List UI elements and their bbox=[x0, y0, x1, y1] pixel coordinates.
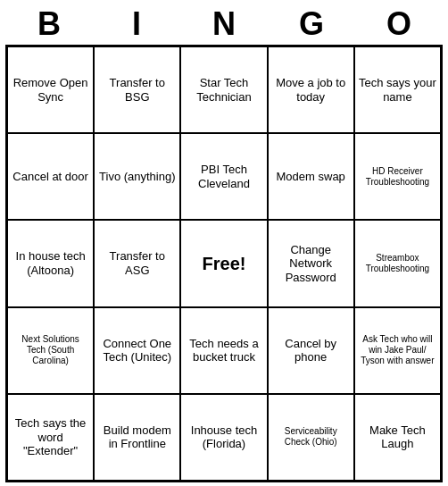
letter-o: O bbox=[360, 5, 438, 43]
bingo-cell-18[interactable]: Cancel by phone bbox=[268, 307, 354, 394]
bingo-cell-20[interactable]: Tech says the word "Extender" bbox=[7, 394, 94, 481]
letter-g: G bbox=[272, 5, 351, 43]
letter-n: N bbox=[185, 5, 263, 43]
bingo-cell-3[interactable]: Move a job to today bbox=[268, 46, 354, 133]
bingo-cell-5[interactable]: Cancel at door bbox=[7, 133, 94, 220]
bingo-cell-2[interactable]: Star Tech Technician bbox=[180, 46, 267, 133]
bingo-cell-13[interactable]: Change Network Password bbox=[268, 220, 354, 306]
bingo-cell-14[interactable]: Streambox Troubleshooting bbox=[354, 220, 441, 306]
bingo-cell-15[interactable]: Next Solutions Tech (South Carolina) bbox=[7, 307, 94, 394]
bingo-cell-24[interactable]: Make Tech Laugh bbox=[354, 394, 441, 481]
bingo-cell-16[interactable]: Connect One Tech (Unitec) bbox=[94, 307, 180, 394]
letter-i: I bbox=[97, 5, 176, 43]
bingo-cell-1[interactable]: Transfer to BSG bbox=[94, 46, 180, 133]
bingo-grid: Remove Open SyncTransfer to BSGStar Tech… bbox=[5, 45, 443, 482]
bingo-cell-7[interactable]: PBI Tech Cleveland bbox=[180, 133, 267, 220]
bingo-cell-17[interactable]: Tech needs a bucket truck bbox=[180, 307, 267, 394]
letter-b: B bbox=[10, 5, 88, 43]
bingo-cell-10[interactable]: In house tech (Altoona) bbox=[7, 220, 94, 306]
bingo-cell-11[interactable]: Transfer to ASG bbox=[94, 220, 180, 306]
bingo-cell-12[interactable]: Free! bbox=[180, 220, 267, 306]
bingo-cell-0[interactable]: Remove Open Sync bbox=[7, 46, 94, 133]
bingo-cell-4[interactable]: Tech says your name bbox=[354, 46, 441, 133]
bingo-cell-23[interactable]: Serviceability Check (Ohio) bbox=[268, 394, 354, 481]
bingo-cell-19[interactable]: Ask Tech who will win Jake Paul/ Tyson w… bbox=[354, 307, 441, 394]
bingo-cell-8[interactable]: Modem swap bbox=[268, 133, 354, 220]
bingo-cell-21[interactable]: Build modem in Frontline bbox=[94, 394, 180, 481]
bingo-header: B I N G O bbox=[5, 0, 443, 45]
bingo-cell-22[interactable]: Inhouse tech (Florida) bbox=[180, 394, 267, 481]
bingo-cell-9[interactable]: HD Receiver Troubleshooting bbox=[354, 133, 441, 220]
bingo-cell-6[interactable]: Tivo (anything) bbox=[94, 133, 180, 220]
